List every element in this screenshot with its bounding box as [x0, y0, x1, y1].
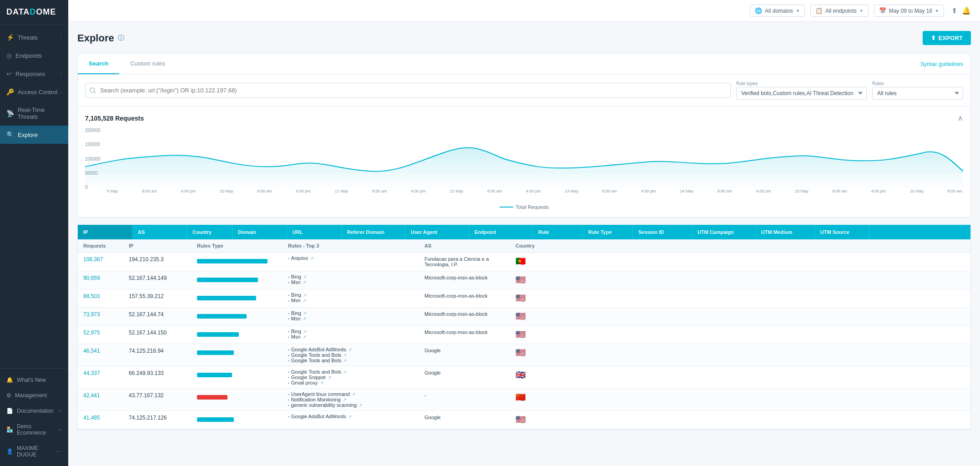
request-count-link[interactable]: 44,337 — [83, 370, 100, 376]
rule-dot: • — [288, 335, 289, 339]
request-bar — [197, 314, 247, 319]
info-icon[interactable]: ⓘ — [118, 34, 124, 42]
as-cell: - — [419, 389, 510, 401]
table-row: 108,367 194.210.235.3 • Arquivo ↗ Fundac… — [78, 253, 970, 271]
ip-cell: 194.210.235.3 — [123, 253, 192, 266]
col-header-domain[interactable]: Domain — [232, 225, 287, 239]
svg-point-0 — [90, 88, 95, 92]
rules-cell: • Bing ↗ • Msn ↗ — [283, 271, 419, 288]
col-header-country[interactable]: Country — [187, 225, 232, 239]
syntax-guidelines-link[interactable]: Syntax guidelines — [920, 61, 970, 67]
sidebar-item-responses[interactable]: ↩ Responses › — [0, 65, 68, 83]
col-header-endpoint[interactable]: Endpoint — [469, 225, 533, 239]
col-header-utm-source[interactable]: UTM Source — [815, 225, 869, 239]
rules-select[interactable]: All rules — [872, 87, 963, 100]
col-header-user-agent[interactable]: User Agent — [405, 225, 469, 239]
request-count-link[interactable]: 52,975 — [83, 329, 100, 336]
bar-cell — [192, 366, 283, 381]
external-link-icon[interactable]: ↗ — [303, 293, 307, 298]
request-bar — [197, 278, 258, 282]
bottom-item-whats-new[interactable]: 🔔 What's New — [0, 372, 68, 388]
external-link-icon[interactable]: ↗ — [343, 397, 346, 402]
request-count-link[interactable]: 108,367 — [83, 256, 103, 263]
external-link-icon[interactable]: ↗ — [320, 380, 323, 385]
external-link-icon[interactable]: ↗ — [343, 370, 347, 375]
notification-icon[interactable]: 🔔 — [962, 6, 971, 15]
external-link-icon[interactable]: ↗ — [303, 329, 307, 334]
bottom-icon-demo: 🏪 — [6, 426, 13, 433]
external-link-icon[interactable]: ↗ — [348, 414, 352, 419]
col-header-referer-domain[interactable]: Referer Domain — [342, 225, 405, 239]
tabs-container: Search Custom rules Syntax guidelines — [77, 53, 971, 75]
rule-name: Google AdsBot AdWords — [291, 414, 346, 419]
sidebar-item-real-time[interactable]: 📡 Real-Time Threats — [0, 101, 68, 126]
export-button[interactable]: ⬆ EXPORT — [923, 31, 971, 45]
col-header-url[interactable]: URL — [287, 225, 342, 239]
external-link-icon[interactable]: ↗ — [303, 280, 306, 285]
external-link-icon[interactable]: ↗ — [343, 358, 347, 363]
bottom-item-management[interactable]: ⚙ Management — [0, 388, 68, 403]
topbar-actions: ⬆ 🔔 — [951, 6, 971, 15]
col-header-utm-medium[interactable]: UTM Medium — [756, 225, 815, 239]
external-link-icon[interactable]: ↗ — [352, 392, 355, 397]
ip-cell: 157.55.39.212 — [123, 289, 192, 303]
sidebar-item-endpoints[interactable]: ◎ Endpoints › — [0, 46, 68, 65]
external-link-icon[interactable]: ↗ — [303, 316, 306, 321]
external-link-icon[interactable]: ↗ — [328, 375, 331, 380]
rule-dot: • — [288, 359, 289, 363]
bottom-item-user[interactable]: 👤 MAXIME DUGUE ⋯ — [0, 441, 68, 462]
chart-collapse-button[interactable]: ∧ — [958, 114, 963, 122]
tab-custom-rules[interactable]: Custom rules — [119, 54, 176, 74]
col-header-utm-campaign[interactable]: UTM Campaign — [692, 225, 756, 239]
search-input[interactable] — [85, 83, 731, 98]
col-header-rule-type[interactable]: Rule Type — [583, 225, 633, 239]
bottom-item-demo[interactable]: 🏪 Demo Ecommerce ↗ — [0, 419, 68, 441]
as-cell: Google — [419, 411, 510, 424]
chart-wrap: 200000 150000 100000 50000 0 — [85, 128, 963, 201]
col-header-as[interactable]: AS — [132, 225, 187, 239]
bottom-item-documentation[interactable]: 📄 Documentation ↗ — [0, 403, 68, 419]
external-link-icon[interactable]: ↗ — [303, 311, 307, 316]
request-count-link[interactable]: 73,973 — [83, 311, 100, 318]
bar-cell — [192, 253, 283, 267]
table-row: 52,975 52.167.144.150 • Bing ↗ • Msn ↗ M… — [78, 326, 970, 344]
external-link-icon[interactable]: ↗ — [303, 274, 307, 279]
col-header-ip[interactable]: IP — [78, 225, 132, 239]
rule-name: Msn — [291, 316, 301, 321]
rule-name: Google Tools and Bots — [291, 358, 341, 363]
bar-cell — [192, 308, 283, 322]
sidebar-item-threats[interactable]: ⚡ Threats › — [0, 28, 68, 46]
table-column-headers: IPASCountryDomainURLReferer DomainUser A… — [78, 225, 970, 239]
topbar-filter-domains[interactable]: 🌐 All domains ▼ — [750, 5, 805, 17]
request-count-link[interactable]: 46,541 — [83, 348, 100, 354]
tab-search[interactable]: Search — [78, 54, 119, 74]
rule-types-select[interactable]: Verified bots,Custom rules,AI Threat Det… — [736, 87, 867, 100]
country-cell: 🇺🇸 — [510, 326, 601, 343]
col-header-session-id[interactable]: Session ID — [633, 225, 692, 239]
share-icon[interactable]: ⬆ — [951, 6, 957, 15]
external-link-icon[interactable]: ↗ — [348, 347, 352, 352]
rules-cell: • Google Tools and Bots ↗ • Google Snipp… — [283, 366, 419, 388]
rule-dot: • — [288, 398, 289, 402]
sidebar-item-explore[interactable]: 🔍 Explore — [0, 126, 68, 144]
request-count-link[interactable]: 41,485 — [83, 415, 100, 421]
request-count-link[interactable]: 90,659 — [83, 275, 100, 281]
col-header-rule[interactable]: Rule — [533, 225, 583, 239]
topbar-filter-endpoints-filter[interactable]: 📋 All endpoints ▼ — [810, 5, 869, 17]
request-count-link[interactable]: 42,441 — [83, 392, 100, 399]
external-link-icon[interactable]: ↗ — [310, 256, 313, 261]
request-bar — [197, 395, 227, 400]
rule-name: Google Tools and Bots — [291, 369, 341, 375]
as-cell: Microsoft-corp-msn-as-block — [419, 326, 510, 339]
rule-dot: • — [288, 353, 289, 357]
request-count-link[interactable]: 88,503 — [83, 293, 100, 299]
as-cell: Fundacao para a Ciencia e a Tecnologia, … — [419, 253, 510, 271]
topbar-filter-date-range[interactable]: 📅 May 09 to May 16 ▼ — [874, 5, 944, 17]
external-link-icon[interactable]: ↗ — [359, 403, 362, 408]
external-link-icon[interactable]: ↗ — [303, 298, 306, 303]
external-link-icon[interactable]: ↗ — [343, 353, 347, 358]
external-link-icon[interactable]: ↗ — [303, 334, 306, 339]
page-title: Explore ⓘ — [77, 32, 124, 44]
sidebar-item-access-control[interactable]: 🔑 Access Control › — [0, 83, 68, 101]
chevron-icon: › — [61, 90, 62, 95]
